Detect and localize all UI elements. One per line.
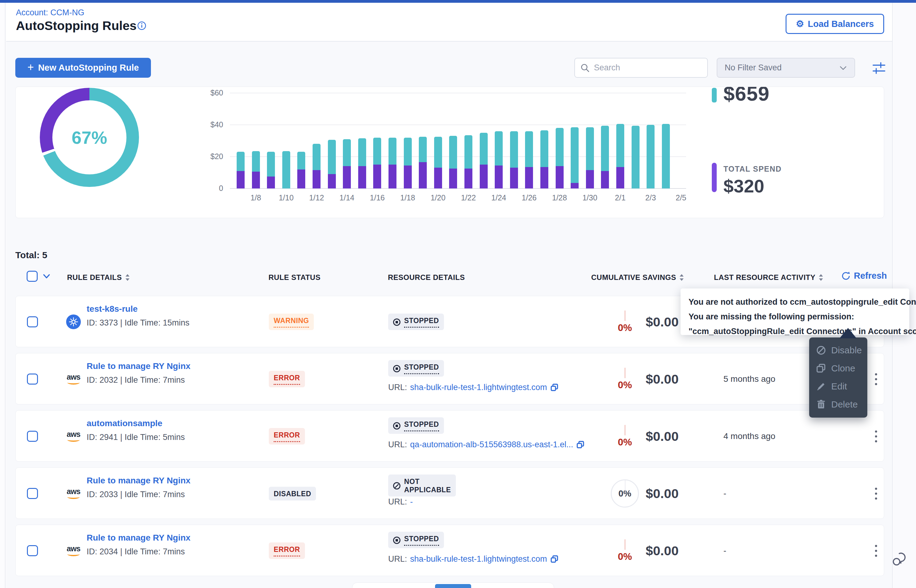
- tooltip-line: "ccm_autoStoppingRule_edit Connectors" i…: [689, 324, 901, 339]
- aws-icon: aws: [66, 429, 81, 444]
- copy-icon[interactable]: [576, 441, 585, 449]
- breadcrumb-account[interactable]: Account: CCM-NG: [16, 8, 84, 18]
- resource-state-badge[interactable]: STOPPED: [388, 417, 444, 434]
- saved-filter-select[interactable]: No Filter Saved: [717, 58, 855, 78]
- savings-amount: $0.00: [646, 410, 713, 462]
- resource-state-badge[interactable]: STOPPED: [388, 360, 444, 376]
- savings-amount: $0.00: [646, 468, 713, 519]
- resource-url-link[interactable]: qa-automation-alb-515563988.us-east-1.el…: [410, 440, 573, 449]
- top-accent-bar: [0, 0, 916, 3]
- status-badge[interactable]: ERROR: [269, 543, 305, 559]
- copy-icon[interactable]: [550, 555, 559, 564]
- column-last-resource-activity[interactable]: LAST RESOURCE ACTIVITY: [714, 273, 824, 282]
- stopped-icon: [393, 536, 400, 544]
- active-page-button[interactable]: [435, 584, 471, 588]
- row-checkbox[interactable]: [27, 431, 38, 442]
- row-checkbox[interactable]: [27, 373, 38, 384]
- row-menu-button[interactable]: [870, 353, 882, 405]
- aws-icon: aws: [66, 543, 81, 558]
- table-header: RULE DETAILS RULE STATUS RESOURCE DETAIL…: [6, 267, 893, 288]
- total-spend-label: TOTAL SPEND: [723, 165, 782, 173]
- status-badge[interactable]: ERROR: [269, 428, 305, 444]
- savings-gauge-tick: [625, 368, 625, 378]
- total-spend-value: $320: [723, 176, 764, 197]
- row-menu-button[interactable]: [870, 525, 882, 577]
- rule-name-link[interactable]: test-k8s-rule: [87, 304, 138, 314]
- cumulative-savings-cell: 0%: [605, 296, 645, 347]
- column-cumulative-savings[interactable]: CUMULATIVE SAVINGS: [591, 273, 684, 282]
- row-checkbox[interactable]: [27, 316, 38, 327]
- kubernetes-icon: [66, 315, 81, 329]
- status-badge[interactable]: WARNING: [269, 313, 314, 330]
- rule-meta: ID: 2033 | Idle Time: 7mins: [87, 490, 185, 499]
- column-rule-details[interactable]: RULE DETAILS: [67, 273, 130, 282]
- savings-amount: $0.00: [646, 353, 713, 405]
- last-activity: -: [723, 468, 821, 519]
- sort-icon: [679, 273, 684, 281]
- pencil-icon: [816, 381, 826, 392]
- select-all-checkbox[interactable]: [27, 271, 38, 282]
- row-context-menu: Disable Clone Edit Delete: [809, 338, 867, 418]
- row-menu-button[interactable]: [870, 410, 882, 462]
- copy-icon[interactable]: [550, 383, 559, 392]
- trash-icon: [816, 399, 826, 410]
- row-menu-button[interactable]: [870, 468, 882, 519]
- resource-url-link[interactable]: sha-bulk-rule-test-1.lightwingtest.com: [410, 554, 547, 564]
- search-input[interactable]: [594, 63, 695, 73]
- not-applicable-icon: [393, 482, 400, 489]
- page-header: Account: CCM-NG AutoStopping Rules ⚙ Loa…: [6, 3, 893, 42]
- plus-icon: +: [27, 61, 34, 74]
- spend-legend-swatch: [712, 163, 717, 192]
- new-rule-label: New AutoStopping Rule: [38, 63, 139, 73]
- row-checkbox[interactable]: [27, 545, 38, 556]
- table-row: aws automationsample ID: 2941 | Idle Tim…: [15, 410, 884, 462]
- rule-name-link[interactable]: Rule to manage RY Nginx: [87, 476, 191, 486]
- savings-gauge-tick: [625, 425, 625, 435]
- sort-icon: [125, 273, 130, 281]
- total-savings-value: $659: [723, 87, 770, 105]
- select-menu-chevron-icon[interactable]: [42, 273, 51, 279]
- rule-name-link[interactable]: Rule to manage RY Nginx: [87, 361, 191, 371]
- savings-percentage: 67%: [40, 88, 139, 187]
- info-icon[interactable]: [137, 21, 146, 30]
- summary-card: 67% 0$20$40$601/81/101/121/141/161/181/2…: [15, 87, 884, 218]
- tooltip-line: You are missing the following permission…: [689, 309, 901, 324]
- menu-item-clone[interactable]: Clone: [809, 359, 867, 377]
- cumulative-savings-cell: 0%: [605, 468, 645, 519]
- chat-bubbles-icon[interactable]: [892, 551, 909, 568]
- total-count: Total: 5: [15, 250, 47, 260]
- status-badge[interactable]: DISABLED: [269, 487, 316, 501]
- context-menu-caret: [840, 328, 857, 338]
- refresh-button[interactable]: Refresh: [841, 271, 887, 281]
- rule-meta: ID: 2034 | Idle Time: 7mins: [87, 547, 185, 556]
- resource-state-badge[interactable]: STOPPED: [388, 532, 444, 548]
- last-activity: -: [723, 525, 821, 577]
- resource-state-badge[interactable]: STOPPED: [388, 313, 444, 330]
- rule-name-link[interactable]: Rule to manage RY Nginx: [87, 533, 191, 543]
- stopped-icon: [393, 365, 400, 372]
- savings-gauge-tick: [625, 540, 625, 550]
- stopped-icon: [393, 318, 400, 326]
- rule-name-link[interactable]: automationsample: [87, 418, 162, 428]
- resource-state-badge[interactable]: NOT APPLICABLE: [388, 475, 456, 496]
- spend-savings-bar-chart: 0$20$40$601/81/101/121/141/161/181/201/2…: [187, 89, 704, 214]
- savings-ring: 0%: [611, 480, 639, 507]
- last-activity: 4 months ago: [723, 410, 821, 462]
- cumulative-savings-cell: 0%: [605, 353, 645, 405]
- sort-icon: [818, 273, 824, 281]
- menu-item-disable[interactable]: Disable: [809, 341, 867, 359]
- menu-item-delete[interactable]: Delete: [809, 395, 867, 413]
- menu-item-edit[interactable]: Edit: [809, 377, 867, 395]
- cumulative-savings-cell: 0%: [605, 410, 645, 462]
- filter-sliders-icon[interactable]: [871, 61, 887, 75]
- status-badge[interactable]: ERROR: [269, 371, 305, 387]
- rule-meta: ID: 2941 | Idle Time: 5mins: [87, 433, 185, 442]
- refresh-icon: [841, 271, 851, 281]
- load-balancers-button[interactable]: ⚙ Load Balancers: [786, 14, 884, 34]
- column-resource-details: RESOURCE DETAILS: [388, 273, 465, 282]
- new-autostopping-rule-button[interactable]: + New AutoStopping Rule: [15, 58, 151, 78]
- resource-url-link[interactable]: sha-bulk-rule-test-1.lightwingtest.com: [410, 383, 547, 392]
- clone-icon: [816, 363, 826, 373]
- aws-icon: aws: [66, 372, 81, 386]
- row-checkbox[interactable]: [27, 488, 38, 499]
